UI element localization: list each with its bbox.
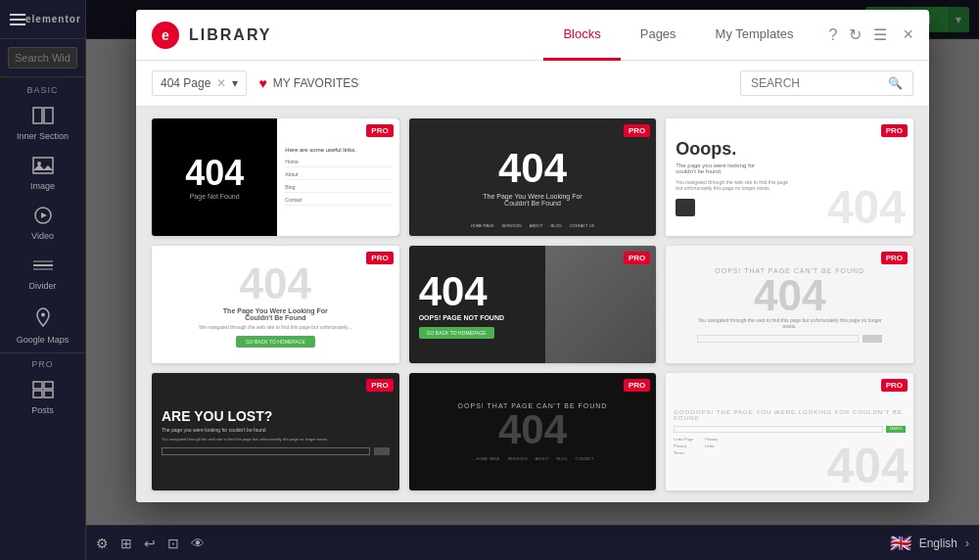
template-card-4[interactable]: 404 The Page You Were Looking ForCouldn'… [152,246,399,363]
flag-icon: 🇬🇧 [890,533,911,554]
template-card-3[interactable]: Ooops. The page you were looking forcoul… [666,118,913,236]
pro-badge-2: PRO [624,124,650,137]
template-preview-8: OOPS! THAT PAGE CAN'T BE FOUND 404 — HOM… [409,373,657,490]
pro-badge-8: PRO [624,379,650,392]
sidebar-item-video[interactable]: Video [0,199,85,249]
svg-rect-2 [33,158,53,173]
template-card-8[interactable]: OOPS! THAT PAGE CAN'T BE FOUND 404 — HOM… [409,373,657,490]
posts-icon [32,381,54,403]
elementor-logo: elementor [25,14,81,24]
template-card-5[interactable]: 404 OOPS! PAGE NOT FOUND GO BACK TO HOME… [409,246,657,363]
tab-blocks[interactable]: Blocks [543,10,620,61]
modal-tabs: Blocks Pages My Templates [543,10,813,61]
bottom-toolbar-right: 🇬🇧 English › [890,533,969,554]
template-preview-4: 404 The Page You Were Looking ForCouldn'… [152,246,399,363]
sidebar-item-inner-section[interactable]: Inner Section [0,99,85,149]
sidebar-item-google-maps[interactable]: Google Maps [0,299,85,352]
pro-badge-1: PRO [366,124,393,137]
pro-badge-9: PRO [881,379,908,392]
svg-rect-0 [33,108,42,123]
template-preview-9: Goooops! The page you were looking for c… [666,373,913,490]
template-card-9[interactable]: Goooops! The page you were looking for c… [666,373,913,490]
inner-section-label: Inner Section [17,131,69,141]
template-preview-7: ARE YOU LOST? The page you were looking … [152,373,399,490]
filter-chevron-icon: ▾ [232,76,238,90]
svg-rect-12 [33,391,42,397]
pro-badge-7: PRO [366,379,393,392]
template-preview-3: Ooops. The page you were looking forcoul… [666,118,913,236]
language-chevron-icon[interactable]: › [965,537,969,550]
search-widget[interactable] [0,39,85,77]
hamburger-icon[interactable] [10,14,25,25]
pro-badge-5: PRO [624,252,650,264]
modal-overlay: e LIBRARY Blocks Pages My Templates ? ↻ … [86,0,979,525]
close-icon[interactable]: × [903,24,913,45]
modal-header-icons: ? ↻ ☰ × [829,24,913,45]
modal-logo: e [152,22,179,49]
template-preview-2: 404 The Page You Were Looking ForCouldn'… [409,118,657,236]
svg-rect-13 [44,391,53,397]
undo-icon[interactable]: ↩ [144,536,156,551]
refresh-icon[interactable]: ↻ [849,25,862,44]
sidebar-item-posts[interactable]: Posts [0,373,85,423]
svg-rect-10 [33,382,42,389]
divider-label: Divider [28,281,56,291]
tab-my-templates[interactable]: My Templates [696,10,814,61]
google-maps-icon [32,306,54,333]
pro-badge-6: PRO [881,252,908,264]
library-modal: e LIBRARY Blocks Pages My Templates ? ↻ … [136,10,929,502]
svg-point-9 [41,313,45,317]
sidebar-item-divider[interactable]: Divider [0,249,85,299]
filter-clear-icon[interactable]: ✕ [216,76,226,90]
pro-section-label: PRO [0,352,85,373]
tab-pages[interactable]: Pages [621,10,696,61]
filter-dropdown[interactable]: 404 Page ✕ ▾ [152,70,247,96]
sidebar-item-image[interactable]: Image [0,149,85,199]
video-icon [32,207,54,229]
help-icon[interactable]: ? [829,26,838,44]
bookmark-icon[interactable]: ☰ [873,25,887,44]
video-label: Video [31,231,54,241]
svg-marker-5 [41,212,47,218]
layout-icon[interactable]: ⊞ [120,536,132,551]
template-preview-6: OOPS! THAT PAGE CAN'T BE FOUND 404 You n… [666,246,913,363]
divider-icon [32,257,54,279]
search-filter[interactable]: 🔍 [740,70,913,96]
heart-icon: ♥ [258,75,266,91]
template-card-2[interactable]: 404 The Page You Were Looking ForCouldn'… [409,118,657,236]
search-templates-input[interactable] [751,76,888,90]
favorites-label: MY FAVORITES [273,76,359,90]
basic-section-label: BASIC [0,77,85,99]
template-card-6[interactable]: OOPS! THAT PAGE CAN'T BE FOUND 404 You n… [666,246,913,363]
svg-rect-1 [44,108,53,123]
bottom-toolbar-left: ⚙ ⊞ ↩ ⊡ 👁 [96,536,205,551]
history-icon[interactable]: ⊡ [167,536,179,551]
template-grid: 404 Page Not Found Here are some useful … [136,107,929,502]
filter-label: 404 Page [161,76,210,90]
template-card-7[interactable]: ARE YOU LOST? The page you were looking … [152,373,399,490]
search-input[interactable] [8,47,77,69]
image-icon [32,157,54,179]
sidebar: elementor ⋮⋮ BASIC Inner Section Image V… [0,0,86,560]
pro-badge-4: PRO [366,252,393,264]
language-label[interactable]: English [919,537,957,550]
bottom-toolbar: ⚙ ⊞ ↩ ⊡ 👁 🇬🇧 English › [86,525,979,560]
modal-filters: 404 Page ✕ ▾ ♥ MY FAVORITES 🔍 [136,61,929,107]
pro-badge-3: PRO [881,124,908,137]
template-preview-5: 404 OOPS! PAGE NOT FOUND GO BACK TO HOME… [409,246,657,363]
preview-icon[interactable]: 👁 [191,536,205,551]
main-area: PUBLISH ▾ e LIBRARY Blocks Pages My Temp… [86,0,979,560]
favorites-button[interactable]: ♥ MY FAVORITES [258,75,358,91]
svg-rect-11 [44,382,53,389]
template-preview-1: 404 Page Not Found Here are some useful … [152,118,399,236]
posts-label: Posts [31,405,54,415]
search-filter-icon: 🔍 [888,76,903,90]
google-maps-label: Google Maps [17,335,70,345]
settings-icon[interactable]: ⚙ [96,536,109,551]
template-card-1[interactable]: 404 Page Not Found Here are some useful … [152,118,399,236]
inner-section-icon [32,107,54,129]
sidebar-header: elementor ⋮⋮ [0,0,85,39]
modal-title: LIBRARY [189,26,543,44]
modal-header: e LIBRARY Blocks Pages My Templates ? ↻ … [136,10,929,61]
image-label: Image [30,181,55,191]
